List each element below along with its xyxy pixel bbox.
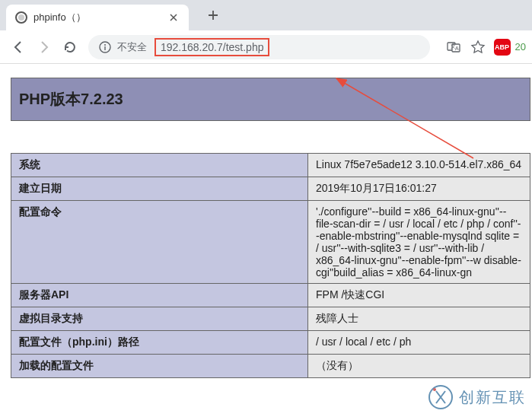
row-value: （没有）	[308, 355, 530, 378]
forward-button[interactable]	[32, 35, 56, 59]
phpinfo-table: 系统Linux 7f5e7e5ade12 3.10.0-514.el7.x86_…	[11, 153, 530, 378]
browser-toolbar: 不安全 192.168.20.7/test.php 文A ABP 20	[0, 30, 532, 64]
row-value: FPM /快速CGI	[308, 284, 530, 307]
back-button[interactable]	[6, 35, 30, 59]
row-key: 系统	[11, 154, 308, 177]
table-row: 系统Linux 7f5e7e5ade12 3.10.0-514.el7.x86_…	[11, 154, 530, 177]
table-row: 加载的配置文件（没有）	[11, 355, 530, 378]
reload-button[interactable]	[58, 35, 82, 59]
star-icon[interactable]	[470, 39, 486, 56]
svg-point-10	[433, 388, 436, 391]
row-value: / usr / local / etc / ph	[308, 331, 530, 355]
row-key: 配置文件（php.ini）路径	[11, 331, 308, 355]
svg-rect-2	[104, 46, 105, 50]
table-row: 服务器APIFPM /快速CGI	[11, 284, 530, 307]
row-value: './configure''--build = x86_64-linux-gnu…	[308, 201, 530, 284]
php-favicon-icon	[15, 11, 27, 24]
new-tab-button[interactable]	[204, 6, 222, 24]
address-bar[interactable]: 不安全 192.168.20.7/test.php	[88, 35, 430, 59]
watermark: 创新互联	[427, 383, 526, 411]
browser-tab[interactable]: phpinfo（）	[6, 5, 189, 30]
close-icon[interactable]	[167, 11, 180, 24]
watermark-text: 创新互联	[459, 387, 526, 408]
table-row: 配置文件（php.ini）路径/ usr / local / etc / ph	[11, 331, 530, 355]
watermark-logo-icon	[427, 383, 454, 411]
tab-bar: phpinfo（）	[0, 0, 532, 30]
row-value: 2019年10月17日16:01:27	[308, 177, 530, 201]
table-row: 虚拟目录支持残障人士	[11, 307, 530, 331]
url-text: 192.168.20.7/test.php	[155, 38, 269, 56]
row-key: 虚拟目录支持	[11, 307, 308, 331]
tab-title: phpinfo（）	[33, 11, 167, 24]
translate-icon[interactable]: 文A	[445, 39, 462, 56]
table-row: 配置命令'./configure''--build = x86_64-linux…	[11, 201, 530, 284]
svg-text:A: A	[455, 46, 459, 51]
extension-count: 20	[515, 41, 526, 52]
row-value: Linux 7f5e7e5ade12 3.10.0-514.el7.x86_64	[308, 154, 530, 177]
row-value: 残障人士	[308, 307, 530, 331]
svg-point-1	[104, 44, 106, 46]
page-content: PHP版本7.2.23 系统Linux 7f5e7e5ade12 3.10.0-…	[0, 64, 532, 378]
info-icon	[99, 41, 111, 53]
table-row: 建立日期2019年10月17日16:01:27	[11, 177, 530, 201]
row-key: 服务器API	[11, 284, 308, 307]
row-key: 建立日期	[11, 177, 308, 201]
php-header: PHP版本7.2.23	[11, 78, 530, 121]
php-version-title: PHP版本7.2.23	[19, 89, 522, 110]
security-label: 不安全	[117, 40, 147, 54]
row-key: 配置命令	[11, 201, 308, 284]
row-key: 加载的配置文件	[11, 355, 308, 378]
abp-extension-icon[interactable]: ABP	[494, 39, 511, 56]
